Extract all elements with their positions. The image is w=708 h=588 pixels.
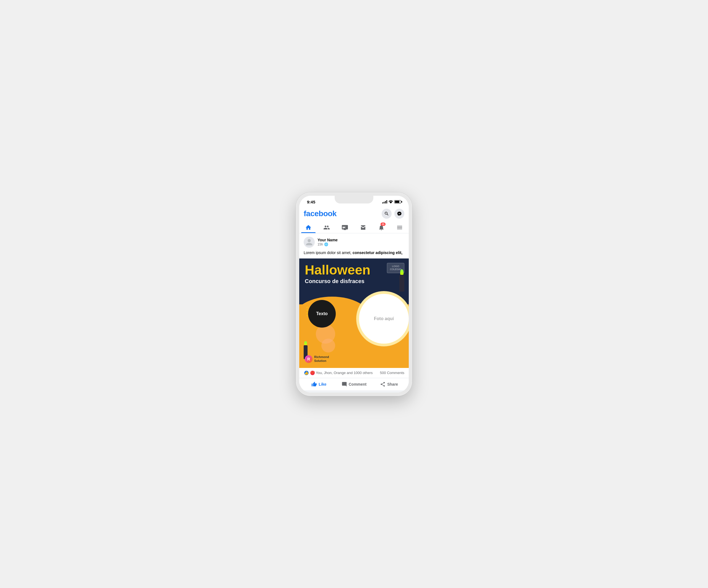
text-circle: Texto bbox=[308, 300, 336, 328]
like-emoji: 👍 bbox=[304, 370, 309, 376]
richmond-text: Richmond Solution bbox=[314, 355, 329, 363]
globe-icon: 🌐 bbox=[324, 242, 328, 246]
post: Your Name 15h 🌐 Lorem ipsum dolor sit am… bbox=[299, 233, 409, 390]
nav-friends[interactable] bbox=[318, 221, 336, 233]
video-icon bbox=[342, 224, 348, 231]
share-button[interactable]: Share bbox=[372, 379, 407, 389]
halloween-card: Halloween Concurso de disfraces LOGO COL… bbox=[299, 258, 409, 368]
messenger-button[interactable] bbox=[394, 209, 404, 219]
signal-icon bbox=[382, 200, 387, 204]
share-icon bbox=[380, 381, 386, 387]
wifi-icon bbox=[389, 200, 393, 204]
post-header: Your Name 15h 🌐 bbox=[299, 233, 409, 250]
comment-button[interactable]: Comment bbox=[336, 379, 372, 389]
richmond-logo: R Richmond Solution bbox=[305, 355, 329, 363]
photo-circle: Foto aquí bbox=[356, 291, 409, 346]
nav-menu[interactable] bbox=[390, 221, 409, 233]
reactions-left: 👍 ❤️ You, Jhon, Orange and 1000 others bbox=[304, 370, 373, 376]
battery-icon bbox=[394, 200, 401, 204]
like-button[interactable]: Like bbox=[301, 379, 336, 389]
heart-emoji: ❤️ bbox=[310, 370, 315, 376]
avatar-icon bbox=[305, 238, 313, 246]
post-body: Lorem ipsum dolor sit amet, consectetur … bbox=[299, 250, 409, 258]
search-button[interactable] bbox=[382, 209, 392, 219]
halloween-subtitle: Concurso de disfraces bbox=[305, 278, 370, 284]
comment-icon bbox=[342, 381, 347, 387]
phone-screen: 9:45 facebook bbox=[299, 196, 409, 393]
home-icon bbox=[305, 224, 312, 231]
nav-home[interactable] bbox=[299, 221, 318, 233]
menu-icon bbox=[396, 224, 403, 231]
post-image: Halloween Concurso de disfraces LOGO COL… bbox=[299, 258, 409, 368]
nav-bar: 25 bbox=[299, 221, 409, 233]
search-icon bbox=[384, 211, 389, 216]
reactions-bar: 👍 ❤️ You, Jhon, Orange and 1000 others 5… bbox=[299, 368, 409, 378]
post-actions: Like Comment Share bbox=[299, 378, 409, 390]
messenger-icon bbox=[397, 211, 402, 216]
notification-badge: 25 bbox=[381, 222, 386, 226]
power-button bbox=[412, 239, 413, 261]
nav-marketplace[interactable] bbox=[354, 221, 372, 233]
photo-placeholder: Foto aquí bbox=[374, 316, 394, 321]
volume-down-button bbox=[295, 260, 296, 277]
candle-body bbox=[400, 275, 404, 292]
post-author: Your Name bbox=[318, 238, 404, 242]
mute-button bbox=[295, 225, 296, 236]
phone-mockup: 9:45 facebook bbox=[296, 192, 412, 396]
richmond-icon: R bbox=[305, 355, 313, 363]
marketplace-icon bbox=[360, 224, 366, 231]
reactions-count: You, Jhon, Orange and 1000 others bbox=[316, 371, 373, 375]
post-time: 15h 🌐 bbox=[318, 242, 404, 246]
header-icons bbox=[382, 209, 404, 219]
facebook-header: facebook bbox=[299, 207, 409, 221]
notch bbox=[335, 196, 373, 204]
post-meta: Your Name 15h 🌐 bbox=[318, 238, 404, 246]
comments-count: 500 Comments bbox=[380, 371, 404, 375]
like-icon bbox=[312, 381, 317, 387]
nav-video[interactable] bbox=[336, 221, 354, 233]
phone-frame: 9:45 facebook bbox=[296, 192, 412, 396]
facebook-logo: facebook bbox=[304, 209, 336, 218]
texto-label: Texto bbox=[316, 311, 327, 316]
candle-flame-left bbox=[304, 341, 307, 345]
candle-flame bbox=[400, 269, 404, 275]
status-time: 9:45 bbox=[307, 199, 315, 204]
status-icons bbox=[382, 200, 401, 204]
avatar bbox=[304, 237, 315, 248]
volume-up-button bbox=[295, 239, 296, 256]
right-candle bbox=[400, 269, 404, 292]
nav-notifications[interactable]: 25 bbox=[372, 221, 390, 233]
halloween-title: Halloween Concurso de disfraces bbox=[305, 264, 370, 284]
share-label: Share bbox=[387, 382, 398, 386]
like-label: Like bbox=[319, 382, 326, 386]
comment-label: Comment bbox=[349, 382, 367, 386]
feed: Your Name 15h 🌐 Lorem ipsum dolor sit am… bbox=[299, 233, 409, 393]
peach-shape-2 bbox=[321, 339, 335, 352]
halloween-main-title: Halloween bbox=[305, 264, 370, 277]
friends-icon bbox=[323, 224, 330, 231]
